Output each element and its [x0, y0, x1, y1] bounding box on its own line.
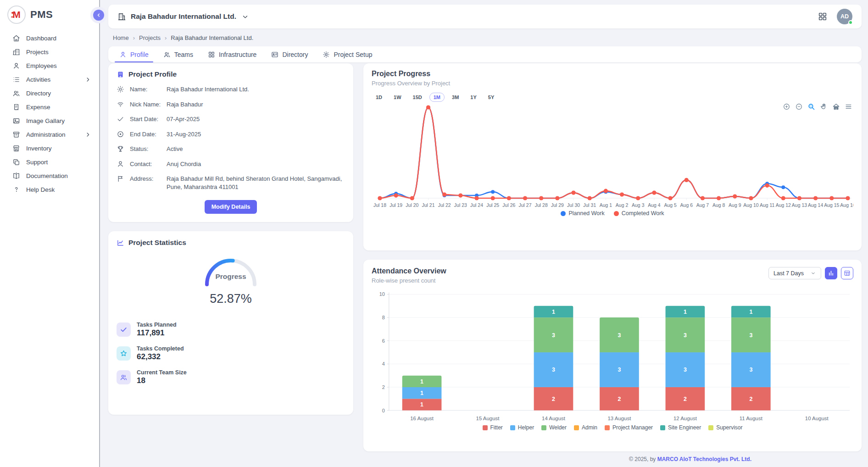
breadcrumb: Home › Projects › Raja Bahadur Internati…: [113, 34, 860, 41]
check-icon: [117, 322, 131, 337]
footer-company-link[interactable]: MARCO AIoT Technologies Pvt. Ltd.: [657, 456, 751, 462]
svg-text:1: 1: [552, 309, 555, 315]
app-logo: M PMS: [0, 0, 99, 24]
legend-item[interactable]: Welder: [541, 424, 567, 431]
zoom-out-icon[interactable]: [795, 103, 803, 111]
tab-label: Project Setup: [334, 51, 372, 58]
legend-item[interactable]: Site Engineer: [660, 424, 701, 431]
tab-project-setup[interactable]: Project Setup: [315, 46, 379, 62]
attendance-legend: FitterHelperWelderAdminProject ManagerSi…: [372, 424, 853, 431]
online-status-dot: [848, 20, 853, 25]
panning-icon[interactable]: [820, 103, 828, 111]
range-select[interactable]: Last 7 Days: [768, 267, 821, 279]
help-icon: [12, 186, 20, 194]
sidebar-item-employees[interactable]: Employees: [0, 59, 99, 72]
breadcrumb-projects[interactable]: Projects: [139, 34, 161, 41]
range-buttons: 1D 1W 15D 1M 3M 1Y 5Y: [372, 93, 853, 102]
table-view-button[interactable]: [841, 267, 853, 279]
svg-text:15 August: 15 August: [476, 416, 500, 421]
svg-text:3: 3: [749, 367, 752, 373]
legend-item[interactable]: Fitter: [483, 424, 503, 431]
range-5y[interactable]: 5Y: [484, 93, 498, 102]
range-3m[interactable]: 3M: [448, 93, 463, 102]
legend-item[interactable]: Completed Work: [614, 210, 664, 217]
svg-text:3: 3: [618, 332, 621, 339]
bar-chart-view-button[interactable]: [825, 267, 837, 279]
range-1y[interactable]: 1Y: [466, 93, 480, 102]
svg-text:Aug 12: Aug 12: [776, 202, 791, 208]
sidebar-item-label: Support: [26, 159, 48, 166]
sidebar-item-activities[interactable]: Activities: [0, 72, 99, 86]
svg-text:Aug 10: Aug 10: [743, 202, 758, 208]
svg-text:14 August: 14 August: [542, 416, 566, 421]
svg-text:10: 10: [379, 292, 385, 297]
svg-text:4: 4: [382, 361, 385, 367]
svg-text:Jul 30: Jul 30: [567, 202, 580, 208]
sidebar-item-label: Activities: [26, 76, 50, 83]
reset-home-icon[interactable]: [832, 103, 840, 111]
card-title: Project Progress: [372, 70, 853, 78]
main-content: Raja Bahadur International Ltd. AD Home …: [101, 0, 868, 467]
profile-field-start-date: Start Date: 07-Apr-2025: [117, 115, 345, 123]
svg-text:Jul 31: Jul 31: [583, 202, 596, 208]
footer-text: © 2025, by: [629, 456, 657, 462]
legend-item[interactable]: Helper: [510, 424, 534, 431]
svg-text:6: 6: [382, 338, 385, 344]
legend-item[interactable]: Project Manager: [605, 424, 653, 431]
attendance-chart[interactable]: 024681016 August11115 August14 August233…: [372, 289, 853, 424]
tab-directory[interactable]: Directory: [264, 46, 315, 62]
range-15d[interactable]: 15D: [409, 93, 426, 102]
tab-infrastructure[interactable]: Infrastructure: [200, 46, 264, 62]
breadcrumb-home[interactable]: Home: [113, 34, 129, 41]
card-title: Project Profile: [128, 70, 177, 78]
user-avatar[interactable]: AD: [837, 9, 852, 24]
chevron-down-icon: [241, 12, 250, 21]
stat-tasks-completed: Tasks Completed62,332: [117, 345, 345, 361]
user-icon: [119, 51, 127, 58]
legend-item[interactable]: Admin: [574, 424, 597, 431]
sidebar-item-label: Projects: [26, 49, 49, 56]
sidebar-item-dashboard[interactable]: Dashboard: [0, 31, 99, 45]
star-icon: [117, 346, 131, 361]
svg-text:2: 2: [552, 396, 555, 402]
tab-profile[interactable]: Profile: [112, 46, 156, 62]
zoom-in-icon[interactable]: [783, 103, 790, 111]
svg-text:Jul 20: Jul 20: [406, 202, 418, 208]
company-selector[interactable]: Raja Bahadur International Ltd.: [117, 12, 250, 21]
modify-details-button[interactable]: Modify Details: [205, 200, 257, 214]
sidebar-item-label: Dashboard: [26, 35, 56, 42]
svg-text:3: 3: [749, 332, 752, 339]
sidebar-item-administration[interactable]: Administration: [0, 128, 99, 141]
sidebar-item-expense[interactable]: Expense: [0, 100, 99, 114]
receipt-icon: [12, 103, 20, 111]
progress-chart[interactable]: Jul 18Jul 19Jul 20Jul 21Jul 22Jul 23Jul …: [372, 104, 853, 210]
sidebar-item-inventory[interactable]: Inventory: [0, 141, 99, 155]
range-1m[interactable]: 1M: [429, 93, 445, 102]
sidebar-item-support[interactable]: Support: [0, 155, 99, 169]
range-1d[interactable]: 1D: [372, 93, 386, 102]
svg-text:Jul 25: Jul 25: [486, 202, 499, 208]
breadcrumb-separator: ›: [165, 34, 167, 41]
card-subtitle: Progress Overview by Project: [372, 80, 853, 87]
sidebar-item-documentation[interactable]: Documentation: [0, 169, 99, 183]
sidebar-item-projects[interactable]: Projects: [0, 45, 99, 59]
selection-zoom-icon[interactable]: [807, 103, 815, 111]
legend-item[interactable]: Supervisor: [708, 424, 742, 431]
svg-text:Aug 3: Aug 3: [632, 202, 645, 208]
range-1w[interactable]: 1W: [389, 93, 406, 102]
svg-text:2: 2: [382, 384, 385, 390]
menu-icon[interactable]: [845, 103, 852, 111]
trophy-icon: [117, 145, 124, 153]
sidebar-item-help-desk[interactable]: Help Desk: [0, 183, 99, 196]
chevron-left-icon: [96, 12, 101, 18]
check-icon: [117, 115, 124, 123]
legend-item[interactable]: Planned Work: [561, 210, 604, 217]
sidebar-item-image-gallery[interactable]: Image Gallary: [0, 114, 99, 128]
top-header: Raja Bahadur International Ltd. AD: [108, 5, 862, 28]
project-progress-card: Project Progress Progress Overview by Pr…: [363, 63, 862, 250]
tab-teams[interactable]: Teams: [156, 46, 200, 62]
sidebar-collapse-button[interactable]: [93, 10, 104, 21]
list-icon: [12, 76, 20, 83]
apps-grid-icon[interactable]: [818, 11, 828, 22]
sidebar-item-directory[interactable]: Directory: [0, 86, 99, 100]
